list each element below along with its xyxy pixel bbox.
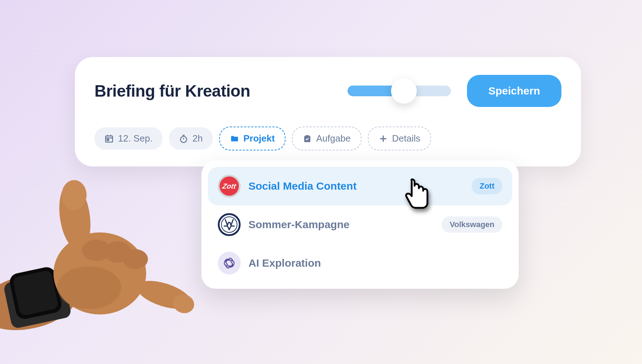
- dropdown-item-vw[interactable]: Sommer-Kampagne Volkswagen: [208, 205, 512, 244]
- clipboard-check-icon: [303, 134, 312, 143]
- task-chip[interactable]: Aufgabe: [292, 127, 361, 150]
- dropdown-item-ai[interactable]: AI Exploration: [208, 244, 512, 282]
- dropdown-item-label: AI Exploration: [248, 257, 321, 269]
- duration-chip-label: 2h: [192, 133, 203, 144]
- dropdown-item-zott[interactable]: Zott Social Media Content Zott: [208, 167, 512, 205]
- svg-point-21: [123, 249, 148, 269]
- card-header: Briefing für Kreation Speichern: [94, 75, 561, 107]
- plus-icon: [379, 134, 388, 143]
- dropdown-item-left: Zott Social Media Content: [218, 175, 356, 198]
- dropdown-item-label: Sommer-Kampagne: [248, 219, 349, 231]
- svg-rect-15: [12, 270, 59, 316]
- cursor-pointer-icon: [401, 176, 433, 212]
- details-chip-label: Details: [392, 133, 420, 144]
- task-chip-label: Aufgabe: [316, 133, 351, 144]
- details-chip[interactable]: Details: [368, 127, 431, 150]
- project-chip-label: Projekt: [243, 133, 275, 144]
- date-chip[interactable]: 12. Sep.: [94, 127, 163, 150]
- zott-logo-icon: Zott: [218, 175, 241, 198]
- slider-thumb[interactable]: [391, 78, 417, 104]
- openai-logo-icon: [218, 252, 241, 275]
- volkswagen-logo-icon: [218, 213, 241, 236]
- progress-slider[interactable]: [348, 86, 451, 96]
- date-chip-label: 12. Sep.: [118, 133, 153, 144]
- page-title: Briefing für Kreation: [94, 81, 250, 101]
- header-controls: Speichern: [348, 75, 561, 107]
- svg-point-18: [62, 180, 87, 210]
- stopwatch-icon: [179, 134, 188, 143]
- dropdown-item-badge: Volkswagen: [442, 216, 502, 233]
- save-button[interactable]: Speichern: [467, 75, 561, 107]
- svg-rect-4: [107, 139, 109, 140]
- dropdown-item-left: AI Exploration: [218, 252, 321, 275]
- svg-point-5: [180, 136, 186, 142]
- 3d-hand-illustration: [0, 170, 196, 343]
- svg-point-24: [57, 266, 121, 309]
- dropdown-item-label: Social Media Content: [248, 180, 356, 192]
- folder-icon: [230, 134, 239, 143]
- project-chip[interactable]: Projekt: [219, 127, 286, 150]
- project-dropdown: Zott Social Media Content Zott Sommer-Ka…: [201, 160, 519, 289]
- chips-row: 12. Sep. 2h Projekt: [94, 127, 561, 150]
- dropdown-item-left: Sommer-Kampagne: [218, 213, 349, 236]
- duration-chip[interactable]: 2h: [169, 127, 213, 150]
- briefing-card: Briefing für Kreation Speichern 12. Sep.: [75, 57, 581, 166]
- dropdown-item-badge: Zott: [472, 178, 502, 194]
- calendar-icon: [104, 134, 114, 143]
